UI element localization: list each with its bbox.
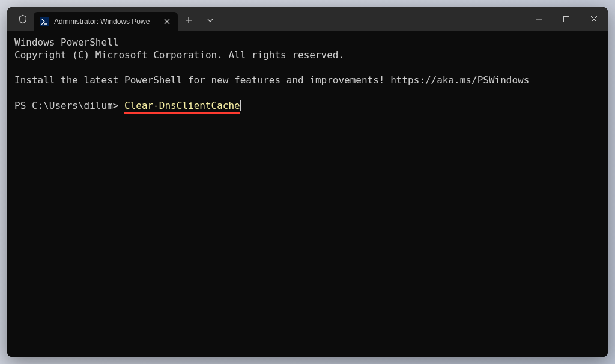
titlebar-left: Administrator: Windows Powe xyxy=(7,7,221,31)
svg-rect-6 xyxy=(564,17,569,22)
terminal-line: Install the latest PowerShell for new fe… xyxy=(14,74,601,86)
terminal-line: Copyright (C) Microsoft Corporation. All… xyxy=(14,49,601,61)
maximize-button[interactable] xyxy=(553,7,580,31)
tab-active[interactable]: Administrator: Windows Powe xyxy=(34,12,178,31)
text-cursor xyxy=(240,100,241,111)
new-tab-button[interactable] xyxy=(178,17,199,24)
blank-line xyxy=(14,86,601,99)
plus-icon xyxy=(185,17,192,24)
terminal-window: Administrator: Windows Powe xyxy=(7,7,608,357)
prompt-text: PS C:\Users\dilum> xyxy=(14,99,124,112)
shield-icon xyxy=(12,7,34,31)
terminal-line: Windows PowerShell xyxy=(14,36,601,49)
blank-line xyxy=(14,61,601,74)
terminal-content[interactable]: Windows PowerShell Copyright (C) Microso… xyxy=(7,31,608,357)
titlebar[interactable]: Administrator: Windows Powe xyxy=(7,7,608,31)
command-text: Clear-DnsClientCache xyxy=(124,100,240,111)
close-icon xyxy=(164,19,170,25)
chevron-down-icon xyxy=(207,17,214,24)
tab-close-button[interactable] xyxy=(162,17,172,26)
maximize-icon xyxy=(563,16,569,22)
close-window-button[interactable] xyxy=(580,7,608,31)
window-controls xyxy=(525,7,608,31)
titlebar-drag-region[interactable] xyxy=(221,7,525,31)
tab-title: Administrator: Windows Powe xyxy=(54,17,159,26)
minimize-icon xyxy=(536,16,542,22)
prompt-line: PS C:\Users\dilum> Clear-DnsClientCache xyxy=(14,99,601,112)
annotation-underline xyxy=(124,112,240,114)
tab-dropdown-button[interactable] xyxy=(199,17,221,24)
powershell-icon xyxy=(40,17,49,26)
command-wrap: Clear-DnsClientCache xyxy=(124,99,240,112)
minimize-button[interactable] xyxy=(525,7,553,31)
close-icon xyxy=(591,16,597,22)
